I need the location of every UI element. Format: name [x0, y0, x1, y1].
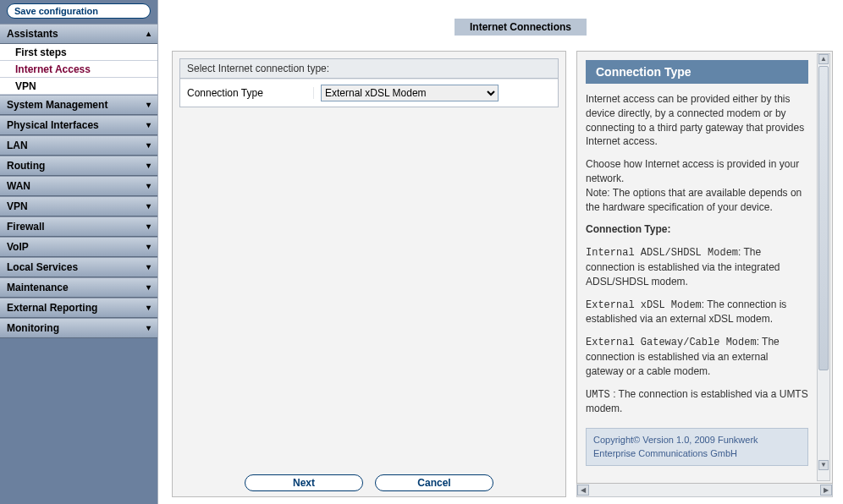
nav-group-label: LAN [7, 135, 28, 156]
nav-group-label: Physical Interfaces [7, 115, 99, 135]
help-option: External Gateway/Cable Modem: The connec… [586, 335, 808, 378]
nav-item-vpn-assistant[interactable]: VPN [0, 78, 157, 95]
help-panel: Connection Type Internet access can be p… [576, 51, 833, 484]
nav-group-label: Monitoring [7, 318, 59, 338]
expand-icon: ▾ [146, 237, 151, 257]
nav-group-routing[interactable]: Routing ▾ [0, 156, 157, 176]
expand-icon: ▾ [146, 115, 151, 135]
nav-group-label: External Reporting [7, 298, 97, 318]
form-card: Select Internet connection type: Connect… [179, 58, 559, 107]
scroll-right-icon[interactable]: ▶ [820, 485, 832, 496]
nav-group-label: System Management [7, 95, 107, 115]
scroll-up-icon[interactable]: ▲ [818, 54, 829, 64]
help-paragraph: Internet access can be provided either b… [586, 92, 808, 149]
help-option: Internal ADSL/SHDSL Modem: The connectio… [586, 245, 808, 288]
help-heading: Connection Type: [586, 223, 670, 235]
nav-group-maintenance[interactable]: Maintenance ▾ [0, 277, 157, 298]
nav-group-label: VPN [7, 196, 28, 216]
nav-group-voip[interactable]: VoIP ▾ [0, 237, 157, 257]
sidebar: Save configuration Assistants ▴ First st… [0, 0, 158, 504]
scroll-down-icon[interactable]: ▼ [818, 460, 829, 470]
expand-icon: ▾ [146, 176, 151, 196]
expand-icon: ▾ [146, 135, 151, 156]
nav-group-label: Routing [7, 156, 45, 176]
scroll-thumb[interactable] [818, 66, 829, 370]
horizontal-scrollbar[interactable]: ◀ ▶ [576, 484, 833, 497]
help-paragraph: Choose how Internet access is provided i… [586, 157, 808, 214]
nav-item-first-steps[interactable]: First steps [0, 44, 157, 61]
nav-group-firewall[interactable]: Firewall ▾ [0, 216, 157, 237]
nav-group-system-management[interactable]: System Management ▾ [0, 95, 157, 115]
nav-group-monitoring[interactable]: Monitoring ▾ [0, 318, 157, 338]
scroll-left-icon[interactable]: ◀ [577, 485, 589, 496]
help-title: Connection Type [586, 60, 808, 84]
save-config-button[interactable]: Save configuration [7, 3, 151, 19]
expand-icon: ▾ [146, 298, 151, 318]
page-title: Internet Connections [455, 19, 587, 36]
collapse-icon: ▴ [146, 24, 151, 44]
expand-icon: ▾ [146, 257, 151, 277]
nav-group-label: Firewall [7, 216, 45, 237]
help-body: Internet access can be provided either b… [586, 92, 808, 466]
connection-type-label: Connection Type [187, 87, 314, 99]
connection-type-select[interactable]: External xDSL Modem [321, 85, 499, 101]
nav-item-internet-access[interactable]: Internet Access [0, 61, 157, 78]
nav-group-assistants[interactable]: Assistants ▴ [0, 24, 157, 44]
expand-icon: ▾ [146, 156, 151, 176]
expand-icon: ▾ [146, 216, 151, 237]
nav-group-local-services[interactable]: Local Services ▾ [0, 257, 157, 277]
copyright-box: Copyright© Version 1.0, 2009 Funkwerk En… [586, 428, 808, 466]
nav-sub-assistants: First steps Internet Access VPN [0, 44, 157, 95]
nav-group-physical-interfaces[interactable]: Physical Interfaces ▾ [0, 115, 157, 135]
nav-group-label: VoIP [7, 237, 29, 257]
nav-group-label: Assistants [7, 24, 58, 44]
expand-icon: ▾ [146, 95, 151, 115]
nav-group-external-reporting[interactable]: External Reporting ▾ [0, 298, 157, 318]
nav-group-vpn[interactable]: VPN ▾ [0, 196, 157, 216]
nav-group-label: WAN [7, 176, 30, 196]
vertical-scrollbar[interactable]: ▲ ▼ [817, 53, 830, 481]
form-panel: Select Internet connection type: Connect… [172, 51, 566, 497]
help-option: External xDSL Modem: The connection is e… [586, 298, 808, 327]
nav-group-label: Local Services [7, 257, 78, 277]
expand-icon: ▾ [146, 318, 151, 338]
help-option: UMTS : The connection is established via… [586, 387, 808, 417]
expand-icon: ▾ [146, 196, 151, 216]
nav-group-label: Maintenance [7, 277, 69, 298]
cancel-button[interactable]: Cancel [375, 474, 493, 491]
action-row: Next Cancel [179, 469, 559, 491]
expand-icon: ▾ [146, 277, 151, 298]
main-area: Internet Connections Select Internet con… [158, 0, 843, 504]
help-wrap: Connection Type Internet access can be p… [576, 51, 833, 497]
next-button[interactable]: Next [245, 474, 363, 491]
nav-group-lan[interactable]: LAN ▾ [0, 135, 157, 156]
nav-group-wan[interactable]: WAN ▾ [0, 176, 157, 196]
form-section-title: Select Internet connection type: [180, 59, 558, 79]
